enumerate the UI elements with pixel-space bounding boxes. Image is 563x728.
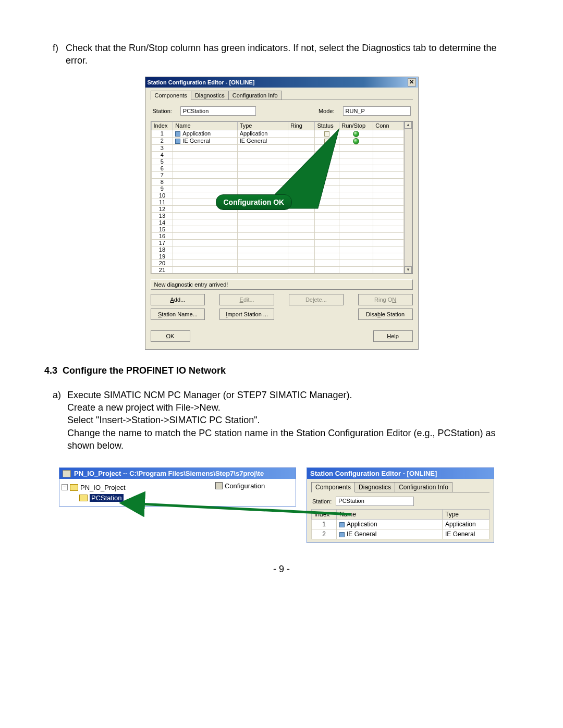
callout-config-ok: Configuration OK [216, 194, 292, 210]
col-ring[interactable]: Ring [288, 121, 315, 130]
tree-root-label[interactable]: PN_IO_Project [80, 484, 126, 491]
table-row[interactable]: 6 [151, 165, 403, 171]
configuration-icon [215, 482, 223, 489]
table-row[interactable]: 9 [151, 185, 403, 192]
tab2-diagnostics[interactable]: Diagnostics [354, 482, 395, 492]
table-row[interactable]: 20 [151, 260, 403, 266]
table-row[interactable]: 4 [151, 151, 403, 158]
col2-index[interactable]: Index [312, 510, 337, 520]
add-button[interactable]: Add... [151, 294, 205, 305]
station-value-2: PCStation [336, 497, 414, 506]
table-row[interactable]: 1ApplicationApplication [312, 520, 489, 529]
col-runstop[interactable]: Run/Stop [339, 121, 373, 130]
table-row[interactable]: 7 [151, 171, 403, 178]
module-icon [339, 532, 345, 537]
step-f-text: Check that the Run/Stop column has green… [66, 42, 519, 67]
module-icon [175, 139, 180, 144]
dialog-title: Station Configuration Editor - [ONLINE] [148, 79, 408, 85]
disable-station-button[interactable]: Disable Station [358, 309, 413, 320]
table-row[interactable]: 19 [151, 253, 403, 260]
station-label-2: Station: [312, 498, 332, 504]
table-row[interactable]: 3 [151, 144, 403, 151]
station-config-dialog-small: Station Configuration Editor - [ONLINE] … [307, 467, 494, 543]
table-row[interactable]: 18 [151, 246, 403, 253]
table-row[interactable]: 21 [151, 266, 403, 273]
status-line: New diagnostic entry arrived! [151, 279, 413, 290]
edit-button[interactable]: Edit... [219, 294, 274, 305]
tab-components[interactable]: Components [151, 91, 191, 100]
components-table: Index Name Type Ring Status Run/Stop Con… [151, 121, 413, 274]
table-row[interactable]: 2IE GeneralIE General [151, 137, 403, 144]
folder-icon [70, 484, 78, 491]
col-status[interactable]: Status [315, 121, 339, 130]
tab2-components[interactable]: Components [311, 482, 355, 492]
table-row[interactable]: 16 [151, 232, 403, 239]
mode-label: Mode: [319, 108, 335, 114]
col-type[interactable]: Type [237, 121, 288, 130]
table-row[interactable]: 17 [151, 239, 403, 246]
col2-name[interactable]: Name [337, 510, 443, 520]
module-icon [175, 131, 180, 137]
table-scrollbar[interactable]: ▲ ▼ [404, 121, 412, 274]
station-name-button[interactable]: Station Name... [151, 309, 205, 320]
list-letter-a: a) [53, 389, 61, 452]
col-name[interactable]: Name [173, 121, 237, 130]
scroll-down-icon[interactable]: ▼ [405, 266, 412, 274]
step-a-text: Execute SIMATIC NCM PC Manager (or STEP7… [67, 389, 519, 452]
status-icon [324, 131, 329, 137]
project-window: PN_IO_Project -- C:\Program Files\Siemen… [59, 467, 296, 507]
status-icon [324, 139, 329, 144]
help-button[interactable]: Help [373, 330, 413, 342]
col2-type[interactable]: Type [443, 510, 489, 520]
station-label: Station: [153, 108, 172, 114]
section-title: Configure the PROFINET IO Network [63, 365, 226, 376]
tree-collapse-icon[interactable]: − [62, 484, 68, 490]
window-icon [63, 470, 71, 477]
table-row[interactable]: 5 [151, 158, 403, 165]
scroll-up-icon[interactable]: ▲ [405, 121, 412, 129]
green-indicator-icon [353, 138, 359, 144]
delete-button[interactable]: Delete... [289, 294, 344, 305]
tree-selected-item[interactable]: PCStation [90, 494, 124, 502]
page-number: - 9 - [44, 564, 519, 575]
mode-value: RUN_P [343, 106, 411, 116]
green-indicator-icon [353, 131, 359, 137]
tab-config-info[interactable]: Configuration Info [228, 91, 282, 100]
station-config-dialog: Station Configuration Editor - [ONLINE] … [145, 77, 419, 350]
col-conn[interactable]: Conn [373, 121, 403, 130]
components-table-small: Index Name Type 1ApplicationApplication2… [311, 509, 489, 539]
tab2-config-info[interactable]: Configuration Info [395, 482, 452, 492]
module-icon [339, 522, 345, 527]
table-row[interactable]: 14 [151, 219, 403, 226]
station-value: PCStation [180, 106, 256, 116]
col-index[interactable]: Index [151, 121, 173, 130]
project-window-title: PN_IO_Project -- C:\Program Files\Siemen… [74, 470, 264, 477]
ok-button[interactable]: OK [151, 330, 190, 342]
table-row[interactable]: 13 [151, 212, 403, 219]
import-station-button[interactable]: Import Station ... [219, 309, 274, 320]
configuration-item[interactable]: Configuration [225, 482, 265, 490]
close-icon[interactable]: ✕ [408, 78, 416, 87]
ring-on-button[interactable]: Ring ON [358, 294, 413, 305]
table-row[interactable]: 8 [151, 178, 403, 185]
tab-diagnostics[interactable]: Diagnostics [191, 91, 229, 100]
pc-station-icon [79, 495, 88, 501]
dialog2-title: Station Configuration Editor - [ONLINE] [307, 468, 494, 479]
table-row[interactable]: 1ApplicationApplication [151, 130, 403, 137]
section-number: 4.3 [44, 365, 57, 376]
table-row[interactable]: 2IE GeneralIE General [312, 529, 489, 539]
list-letter-f: f) [53, 42, 58, 67]
project-tree[interactable]: − PN_IO_Project PCStation [59, 479, 213, 506]
table-row[interactable]: 15 [151, 226, 403, 232]
